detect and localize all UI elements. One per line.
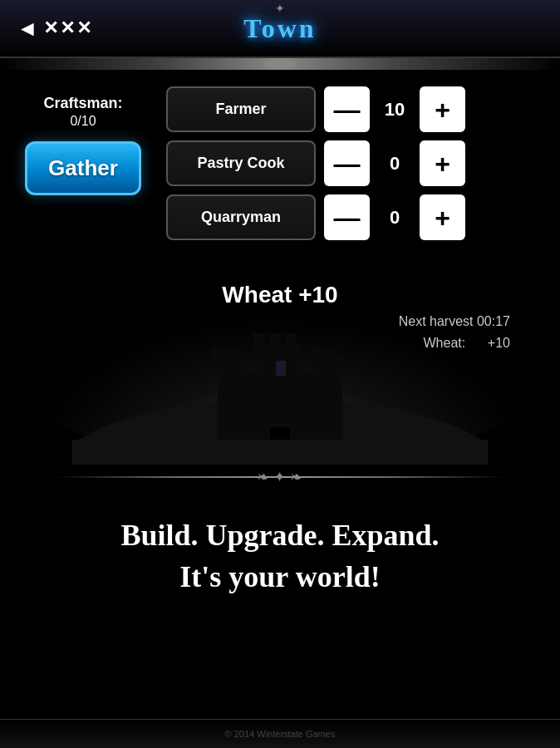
tagline: Build. Upgrade. Expand. It's your world!	[33, 514, 527, 598]
tagline-line1: Build. Upgrade. Expand.	[33, 514, 527, 556]
svg-rect-7	[326, 348, 336, 365]
svg-rect-5	[313, 357, 342, 440]
gather-button[interactable]: Gather	[25, 141, 141, 195]
page-title: Town	[243, 13, 316, 44]
castle-silhouette	[72, 298, 488, 465]
back-label: ✕✕✕	[43, 17, 93, 39]
wheat-value: +10	[488, 336, 510, 350]
quarryman-plus-button[interactable]: +	[420, 194, 465, 240]
svg-rect-14	[72, 440, 488, 465]
upper-section: Craftsman: 0/10 Gather Farmer — 10 + Pas…	[0, 70, 560, 265]
svg-rect-8	[259, 344, 301, 440]
back-button[interactable]: ◄ ✕✕✕	[17, 16, 93, 42]
craftsmen-panel: Farmer — 10 + Pastry Cook — 0 + Quarryma…	[166, 86, 543, 240]
svg-rect-3	[212, 348, 222, 365]
svg-rect-4	[226, 348, 236, 365]
ornament-line: ❧ ✦ ❧	[56, 476, 504, 478]
pastry-cook-row: Pastry Cook — 0 +	[166, 140, 543, 186]
pastry-cook-minus-button[interactable]: —	[324, 140, 370, 186]
quarryman-name: Quarryman	[166, 194, 316, 240]
svg-rect-9	[253, 333, 265, 352]
farmer-minus-button[interactable]: —	[324, 86, 370, 132]
svg-rect-11	[285, 333, 297, 352]
svg-rect-2	[218, 357, 247, 440]
farmer-name: Farmer	[166, 86, 316, 132]
bottom-section: Build. Upgrade. Expand. It's your world!	[0, 490, 560, 615]
header-ornament: ✦	[275, 2, 285, 15]
quarryman-row: Quarryman — 0 +	[166, 194, 543, 240]
left-panel: Craftsman: 0/10 Gather	[17, 86, 150, 195]
craftsman-count: 0/10	[43, 114, 122, 129]
craftsman-label: Craftsman:	[43, 95, 122, 112]
tagline-line2: It's your world!	[33, 556, 527, 598]
footer-text: © 2014 Winterstate Games	[225, 729, 336, 739]
farmer-count: 10	[378, 99, 411, 121]
svg-rect-6	[312, 348, 322, 365]
top-divider	[0, 58, 560, 70]
pastry-cook-plus-button[interactable]: +	[420, 140, 465, 186]
farmer-plus-button[interactable]: +	[420, 86, 465, 132]
quarryman-minus-button[interactable]: —	[324, 194, 370, 240]
svg-rect-10	[269, 333, 281, 352]
scene-section: Wheat +10 Next harvest 00:17 Wheat: +10	[0, 265, 560, 465]
quarryman-count: 0	[378, 207, 411, 229]
ornament-divider: ❧ ✦ ❧	[0, 465, 560, 490]
back-arrow-icon: ◄	[17, 16, 40, 42]
svg-rect-13	[270, 427, 290, 440]
farmer-row: Farmer — 10 +	[166, 86, 543, 132]
svg-rect-12	[276, 361, 286, 376]
header: ✦ ◄ ✕✕✕ Town	[0, 0, 560, 58]
ornament-symbol: ❧ ✦ ❧	[257, 468, 302, 486]
pastry-cook-name: Pastry Cook	[166, 140, 316, 186]
pastry-cook-count: 0	[378, 153, 411, 175]
footer: © 2014 Winterstate Games	[0, 719, 560, 748]
